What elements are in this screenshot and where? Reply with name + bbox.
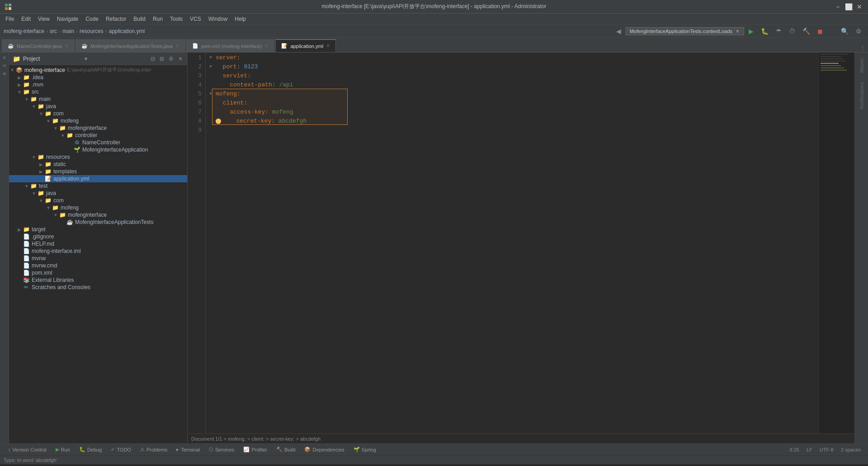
debug-tab[interactable]: 🐛 Debug [75,446,106,453]
terminal-tab[interactable]: ▸ Terminal [172,446,204,453]
minimap[interactable] [818,52,854,433]
todo-tab[interactable]: ✓ TODO [106,446,136,453]
run-tab[interactable]: ▶ Run [51,446,75,453]
tree-item-NameController[interactable]: ⚙NameController [9,139,187,146]
tree-item-templates[interactable]: ▶📁templates [9,168,187,175]
tree-item-com[interactable]: ▼📁com [9,110,187,117]
code-editor[interactable]: 123456789 ▼server:▼ port: 8123 servlet: … [188,52,854,433]
menu-item-build[interactable]: Build [130,15,149,23]
tab-applicationyml[interactable]: 📝 application.yml ✕ [275,39,336,52]
menu-item-refactor[interactable]: Refactor [102,15,130,23]
breadcrumb-item-main[interactable]: main [62,28,74,34]
run-config-selector[interactable]: MofengInterfaceApplicationTests.contextL… [626,27,744,35]
menu-item-edit[interactable]: Edit [18,15,34,23]
debug-run-button[interactable]: 🐛 [758,26,771,36]
tree-item-applicationyml[interactable]: 📝application.yml [9,175,187,182]
tab-namecontroller[interactable]: ☕ NameController.java ✕ [2,39,75,52]
breadcrumb-item-applicationyml[interactable]: application.yml [109,28,145,34]
problems-tab[interactable]: ⚠ Problems [136,446,172,453]
tree-item-mvnw[interactable]: 📄mvnw [9,255,187,262]
menu-item-file[interactable]: File [2,15,18,23]
tree-item-mofenginterface[interactable]: ▼📁mofenginterface [9,124,187,132]
build-tab[interactable]: 🔨 Build [272,446,300,453]
tree-item-gitignore[interactable]: 📄.gitignore [9,233,187,240]
code-content[interactable]: ▼server:▼ port: 8123 servlet: context-pa… [206,52,818,433]
tree-item-testmofeng[interactable]: ▼📁mofeng [9,204,187,211]
menu-item-view[interactable]: View [34,15,53,23]
menu-item-navigate[interactable]: Navigate [53,15,82,23]
tree-item-main[interactable]: ▼📁main [9,95,187,103]
tree-item-testmofenginterface[interactable]: ▼📁mofenginterface [9,211,187,219]
tree-item-mvn[interactable]: ▶📁.mvn [9,81,187,88]
tab-close-button[interactable]: ✕ [326,43,330,49]
fold-icon[interactable]: ▼ [209,62,216,71]
profiler-tab[interactable]: 📈 Profiler [239,446,272,453]
tree-item-pom[interactable]: 📄pom.xml [9,269,187,276]
tab-applicationtests[interactable]: ☕ MofengInterfaceApplicationTests.java ✕ [75,39,185,52]
tree-root[interactable]: ▼ 📦 mofeng-interface E:\java\yupi\API开放平… [9,66,187,74]
menu-item-window[interactable]: Window [205,15,231,23]
menu-item-code[interactable]: Code [82,15,102,23]
profile-button[interactable]: ⏱ [786,26,798,36]
structure-panel-toggle[interactable]: S [0,62,9,69]
tree-item-mvnwcmd[interactable]: 📄mvnw.cmd [9,262,187,269]
breadcrumb-item-resources[interactable]: resources [80,28,104,34]
tab-close-button[interactable]: ✕ [175,43,179,49]
collapse-all-button[interactable]: ⊟ [150,55,156,63]
maven-panel-toggle[interactable]: Maven [859,54,864,76]
tab-pom[interactable]: 📄 pom.xml (mofeng-interface) ✕ [186,39,275,52]
project-panel-toggle[interactable]: P [0,54,9,61]
tree-item-mofeng[interactable]: ▼📁mofeng [9,117,187,124]
version-control-tab[interactable]: ↕ Version Control [4,446,51,453]
menu-item-vcs[interactable]: VCS [186,15,205,23]
expand-all-button[interactable]: ⊞ [159,55,165,63]
tree-item-resources[interactable]: ▼📁resources [9,153,187,161]
menu-item-run[interactable]: Run [149,15,166,23]
tree-item-testjava[interactable]: ▼📁java [9,190,187,197]
close-button[interactable]: ✕ [854,2,864,12]
tab-close-button[interactable]: ✕ [264,43,269,49]
settings-panel-button[interactable]: ⚙ [168,55,175,63]
tree-item-idea[interactable]: ▶📁.idea [9,74,187,81]
services-tab[interactable]: ⬡ Services [204,446,239,453]
fold-icon[interactable]: ▼ [209,90,216,99]
minimize-button[interactable]: − [833,2,843,12]
tree-item-src[interactable]: ▼📁src [9,88,187,95]
fold-icon[interactable]: ▼ [209,53,216,62]
back-nav-button[interactable]: ◀ [613,26,624,36]
dependencies-icon: 📦 [304,447,311,452]
breadcrumb-item-mofenginterface[interactable]: mofeng-interface [4,28,44,34]
settings-button[interactable]: ⚙ [853,26,864,36]
coverage-button[interactable]: ☂ [773,26,784,36]
stop-button[interactable]: ◼ [815,26,826,36]
tree-item-java[interactable]: ▼📁java [9,103,187,110]
maximize-button[interactable]: ⬜ [844,2,854,12]
folder-icon: 📁 [52,118,59,124]
dependencies-tab[interactable]: 📦 Dependencies [300,446,349,453]
bookmarks-panel-toggle[interactable]: B [0,71,9,77]
tree-label: mofenginterface [68,212,107,218]
tabs-more-button[interactable]: ⋮ [859,44,866,52]
tree-label: mvnw.cmd [32,262,57,269]
breadcrumb-item-src[interactable]: src [50,28,57,34]
search-everywhere-button[interactable]: 🔍 [838,26,851,36]
tree-item-MofengInterfaceApplicationTests[interactable]: ☕MofengInterfaceApplicationTests [9,219,187,226]
tree-item-HELP[interactable]: 📄HELP.md [9,240,187,247]
close-panel-button[interactable]: ✕ [177,55,184,63]
tree-item-scratches[interactable]: ✏Scratches and Consoles [9,284,187,291]
tree-item-target[interactable]: ▶📁target [9,226,187,233]
menu-item-help[interactable]: Help [231,15,250,23]
tree-item-controller[interactable]: ▼📁controller [9,132,187,139]
tree-item-test[interactable]: ▼📁test [9,182,187,190]
tree-item-extlibs[interactable]: 📚External Libraries [9,276,187,284]
spring-tab[interactable]: 🌱 Spring [349,446,381,453]
run-button[interactable]: ▶ [746,26,756,36]
build-button[interactable]: 🔨 [800,26,813,36]
tree-item-iml[interactable]: 📄mofeng-interface.iml [9,247,187,255]
tree-item-static[interactable]: ▶📁static [9,161,187,168]
tree-item-testcom[interactable]: ▼📁com [9,197,187,204]
notifications-panel-toggle[interactable]: Notifications [859,78,864,113]
tab-close-button[interactable]: ✕ [65,43,69,49]
menu-item-tools[interactable]: Tools [166,15,186,23]
tree-item-MofengInterfaceApplication[interactable]: 🌱MofengInterfaceApplication [9,146,187,153]
